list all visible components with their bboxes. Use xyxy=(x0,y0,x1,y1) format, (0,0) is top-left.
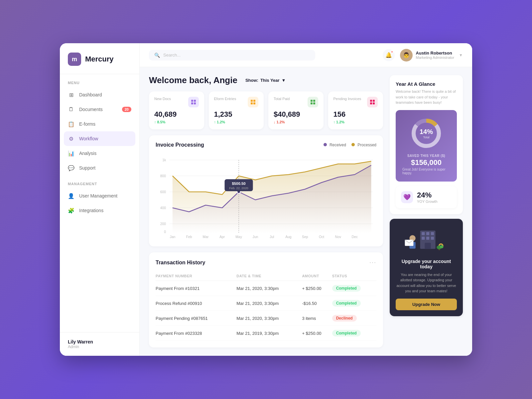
notification-button[interactable]: 🔔 xyxy=(383,49,395,61)
sidebar-logo[interactable]: m Mercury xyxy=(60,43,139,74)
svg-rect-15 xyxy=(373,102,375,104)
search-bar[interactable]: 🔍 Search... xyxy=(149,50,315,61)
stat-card-pending-invoices: Pending Invoices 156 ↑ 1.2% xyxy=(328,91,383,129)
svg-rect-2 xyxy=(191,102,193,104)
upgrade-card: Upgrade your account today You are neari… xyxy=(390,219,463,316)
analysis-icon: 📊 xyxy=(68,150,74,157)
svg-text:Jul: Jul xyxy=(270,235,274,239)
donut-container: 14% Total SAVED THIS YEAR ($) $156,000 G… xyxy=(396,110,457,182)
stat-change: ↑ 1.2% xyxy=(333,120,378,124)
user-profile[interactable]: 👨 Austin Robertson Marketing Administrat… xyxy=(400,49,463,62)
svg-text:Mar: Mar xyxy=(203,235,209,239)
legend-processed: Processed xyxy=(351,143,376,147)
year-at-glance-card: Year At A Glance Welcome back! There is … xyxy=(390,75,463,214)
sidebar-item-documents[interactable]: 🗒 Documents 20 xyxy=(60,102,139,117)
search-icon: 🔍 xyxy=(154,53,160,58)
growth-card: 💜 24% YOY Growth xyxy=(396,186,457,208)
sidebar-item-eforms[interactable]: 📋 E-forms xyxy=(60,117,139,131)
stat-card-new-docs: New Docs 40,689 ↑ 8.5% xyxy=(149,91,204,129)
sidebar-item-workflow[interactable]: ⚙ Workflow xyxy=(64,131,135,146)
svg-rect-56 xyxy=(431,236,434,239)
user-role: Marketing Administrator xyxy=(416,56,455,60)
svg-rect-52 xyxy=(426,232,429,235)
sidebar-item-dashboard[interactable]: ⊞ Dashboard xyxy=(60,87,139,102)
stat-card-total-paid: Total Paid $40,689 ↓ 1.2% xyxy=(268,91,324,129)
table-title: Transaction History xyxy=(156,260,205,266)
support-icon: 💬 xyxy=(68,165,74,171)
svg-text:1k: 1k xyxy=(162,158,166,162)
stat-change: ↓ 1.2% xyxy=(274,120,318,124)
growth-percentage: 24% xyxy=(417,191,432,199)
growth-info: 24% YOY Growth xyxy=(417,191,438,203)
sidebar-item-label: Dashboard xyxy=(79,92,102,97)
total-paid-icon xyxy=(308,97,318,107)
stat-label: Total Paid xyxy=(274,97,290,101)
show-selector[interactable]: Show: This Year ▼ xyxy=(245,78,286,83)
sidebar-nav: ⊞ Dashboard 🗒 Documents 20 📋 E-forms ⚙ W… xyxy=(60,87,139,175)
yag-desc: Welcome back! There is quite a bit of wo… xyxy=(396,89,457,105)
stat-cards: New Docs 40,689 ↑ 8.5% Eform Entries xyxy=(149,91,383,129)
upgrade-illustration xyxy=(396,225,457,255)
svg-text:Sep: Sep xyxy=(302,235,308,239)
user-name: Austin Robertson xyxy=(416,51,455,56)
svg-text:$500.50: $500.50 xyxy=(232,182,245,186)
svg-text:Aug: Aug xyxy=(285,235,291,239)
header-right: 🔔 👨 Austin Robertson Marketing Administr… xyxy=(383,49,463,62)
chart-header: Invoice Processing Received Processed xyxy=(156,142,376,148)
table-menu-button[interactable]: ··· xyxy=(369,259,376,266)
stat-card-eform-entries: Eform Entries 1,235 ↑ 1.2% xyxy=(209,91,264,129)
sidebar-item-user-management[interactable]: 👤 User Management xyxy=(60,189,139,203)
amount: -$16.50 xyxy=(302,296,332,311)
datetime: Mar 21, 2020, 3:30pm xyxy=(236,281,302,296)
svg-rect-5 xyxy=(253,100,255,102)
svg-rect-0 xyxy=(191,100,193,102)
svg-text:600: 600 xyxy=(160,190,166,194)
sidebar-item-support[interactable]: 💬 Support xyxy=(60,161,139,175)
svg-rect-10 xyxy=(311,102,313,104)
stat-label: Eform Entries xyxy=(214,97,236,101)
svg-text:0: 0 xyxy=(164,230,166,234)
table-row: Payment Pending #087651 Mar 21, 2020, 3:… xyxy=(156,311,376,326)
saved-label: SAVED THIS YEAR ($) xyxy=(407,154,445,158)
dashboard-left: Welcome back, Angie Show: This Year ▼ Ne… xyxy=(149,75,383,348)
sidebar-item-label: Documents xyxy=(79,107,103,112)
svg-rect-7 xyxy=(253,102,255,104)
processed-dot xyxy=(351,143,355,146)
avatar: 👨 xyxy=(400,49,413,62)
growth-label: YOY Growth xyxy=(417,200,438,203)
payment-number: Process Refund #00910 xyxy=(156,296,236,311)
svg-rect-11 xyxy=(313,102,315,104)
payment-number: Payment From #10321 xyxy=(156,281,236,296)
welcome-title: Welcome back, Angie xyxy=(149,75,237,85)
stat-value: 156 xyxy=(333,110,378,119)
sidebar-item-label: Workflow xyxy=(79,136,98,141)
pending-invoices-icon xyxy=(367,97,378,107)
app-header: 🔍 Search... 🔔 👨 Austin Robertson Marketi… xyxy=(140,43,472,67)
amount: + $250.00 xyxy=(302,326,332,341)
sidebar: m Mercury Menu ⊞ Dashboard 🗒 Documents 2… xyxy=(60,43,140,356)
upgrade-button[interactable]: Upgrade Now xyxy=(396,299,457,310)
notification-dot xyxy=(391,51,393,53)
svg-text:Feb. 22, 2020: Feb. 22, 2020 xyxy=(229,187,248,190)
documents-icon: 🗒 xyxy=(68,106,74,113)
dashboard: Welcome back, Angie Show: This Year ▼ Ne… xyxy=(140,67,472,356)
sidebar-user: Lily Warren Admin xyxy=(60,332,139,356)
sidebar-item-label: Integrations xyxy=(79,208,103,213)
saved-amount: $156,000 xyxy=(411,158,442,167)
stat-label: New Docs xyxy=(154,97,171,101)
legend-received: Received xyxy=(324,143,346,147)
sidebar-item-label: Support xyxy=(79,165,95,171)
donut-chart: 14% Total xyxy=(410,117,443,150)
table-row: Payment From #023328 Mar 21, 2019, 3:30p… xyxy=(156,326,376,341)
donut-label: Total xyxy=(420,135,433,139)
datetime: Mar 21, 2020, 3:30pm xyxy=(236,311,302,326)
sidebar-item-integrations[interactable]: 🧩 Integrations xyxy=(60,203,139,218)
svg-rect-9 xyxy=(313,100,315,102)
table-row: Payment From #10321 Mar 21, 2020, 3:30pm… xyxy=(156,281,376,296)
management-nav: 👤 User Management 🧩 Integrations xyxy=(60,189,139,218)
svg-text:800: 800 xyxy=(160,174,166,178)
sidebar-item-analysis[interactable]: 📊 Analysis xyxy=(60,146,139,161)
upgrade-title: Upgrade your account today xyxy=(396,259,457,269)
saved-desc: Great Job! Everyone is super happy. xyxy=(402,168,450,175)
stat-value: $40,689 xyxy=(274,110,318,119)
